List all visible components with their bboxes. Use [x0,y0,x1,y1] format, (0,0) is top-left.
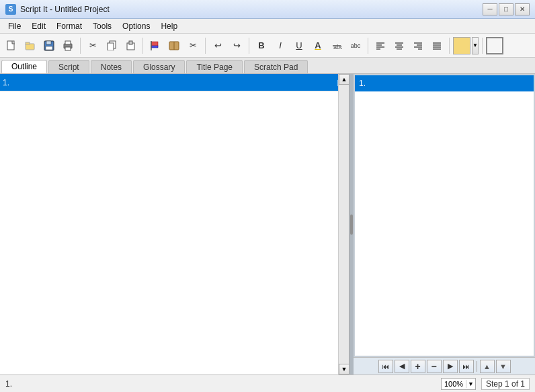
zoom-dropdown-arrow[interactable]: ▼ [466,381,475,387]
tab-glossary[interactable]: Glossary [133,60,185,73]
italic-button[interactable]: I [272,37,289,54]
status-right: 100% ▼ Step 1 of 1 [441,378,530,390]
nav-up-button[interactable]: ▲ [480,360,495,373]
toolbar: ✂ ✂ ↩ ↪ B I U A abc abc [0,34,535,58]
open-button[interactable] [22,37,39,54]
step-info: Step 1 of 1 [481,378,530,390]
print-button[interactable] [59,37,77,54]
script-row[interactable]: 1. [355,75,534,91]
svg-rect-5 [46,46,52,50]
menu-item-file[interactable]: File [3,19,26,33]
title-bar-left: S Script It - Untitled Project [5,4,110,15]
paste-button[interactable] [122,37,139,54]
left-panel: 1. ► ▲ ▼ [0,74,349,375]
window-controls: ─ □ ✕ [483,3,530,15]
tab-title-page[interactable]: Title Page [186,60,243,73]
svg-rect-4 [46,41,51,44]
svg-rect-8 [65,47,71,50]
right-bottom-nav: ⏮ ◀ + − ▶ ⏭ ▲ ▼ [354,357,535,375]
menu-item-help[interactable]: Help [155,19,183,33]
zoom-value: 100% [442,380,466,388]
title-text: Script It - Untitled Project [20,5,110,14]
right-panel: 1. ⏮ ◀ + − ▶ ⏭ ▲ ▼ [354,74,535,375]
tabs-bar: OutlineScriptNotesGlossaryTitle PageScra… [0,58,535,74]
new-button[interactable] [3,37,20,54]
save-button[interactable] [40,37,58,54]
nav-sep [477,361,477,372]
nav-remove-button[interactable]: − [427,360,442,373]
scroll-up-arrow[interactable]: ▲ [339,74,349,85]
toolbar-sep-6 [449,38,450,54]
color-dropdown[interactable]: ▼ [472,37,479,54]
outline-row-num: 1. [3,78,16,87]
strikethrough-button[interactable]: abc [328,37,345,54]
splitter-handle [350,214,353,235]
main-content: 1. ► ▲ ▼ 1. ⏮ ◀ + − ▶ ⏭ [0,74,535,375]
menu-item-edit[interactable]: Edit [26,19,51,33]
nav-last-button[interactable]: ⏭ [459,360,474,373]
nav-prev-button[interactable]: ◀ [395,360,409,373]
toolbar-sep-3 [205,38,206,54]
align-right-button[interactable] [409,37,427,54]
redo-button[interactable]: ↪ [228,37,245,54]
border-box-button[interactable] [486,37,503,54]
toolbar-sep-7 [482,38,483,54]
highlight-button[interactable]: A [309,37,327,54]
menu-item-format[interactable]: Format [51,19,87,33]
tab-outline[interactable]: Outline [1,60,47,73]
outline-row[interactable]: 1. ► [0,74,349,91]
scroll-down-arrow[interactable]: ▼ [339,364,349,375]
cut-button[interactable]: ✂ [84,37,101,54]
toolbar-sep-4 [249,38,249,54]
toolbar-sep-1 [80,38,81,54]
script-area: 1. [355,75,534,356]
nav-next-button[interactable]: ▶ [443,360,458,373]
svg-rect-10 [108,43,114,50]
undo-button[interactable]: ↩ [209,37,227,54]
svg-rect-2 [26,42,30,44]
scroll-track[interactable] [339,85,349,364]
menu-item-options[interactable]: Options [117,19,155,33]
toolbar-sep-5 [368,38,368,54]
underline-button[interactable]: U [290,37,308,54]
minimize-button[interactable]: ─ [483,3,497,15]
zoom-control[interactable]: 100% ▼ [441,378,476,390]
left-scrollbar[interactable]: ▲ ▼ [338,74,349,375]
close-button[interactable]: ✕ [515,3,530,15]
nav-down-button[interactable]: ▼ [496,360,511,373]
menu-bar: FileEditFormatToolsOptionsHelp [0,19,535,34]
svg-rect-12 [129,41,132,44]
nav-add-button[interactable]: + [411,360,425,373]
wordcount-button[interactable]: abc [347,37,364,54]
status-bar: 1. 100% ▼ Step 1 of 1 [0,375,535,392]
svg-rect-14 [151,46,158,48]
title-bar: S Script It - Untitled Project ─ □ ✕ [0,0,535,19]
flag-button[interactable] [147,37,164,54]
svg-text:abc: abc [333,44,342,50]
tab-notes[interactable]: Notes [91,60,132,73]
justify-button[interactable] [428,37,446,54]
bold-button[interactable]: B [253,37,270,54]
book-button[interactable] [165,37,183,54]
color-swatch[interactable] [453,37,470,54]
maximize-button[interactable]: □ [499,3,513,15]
toolbar-sep-2 [142,38,143,54]
script-row-num: 1. [359,79,366,88]
align-left-button[interactable] [372,37,389,54]
tab-scratch-pad[interactable]: Scratch Pad [244,60,308,73]
nav-first-button[interactable]: ⏮ [378,360,393,373]
menu-item-tools[interactable]: Tools [87,19,117,33]
link-button[interactable]: ✂ [184,37,202,54]
outline-content-area [0,91,349,375]
tab-script[interactable]: Script [48,60,89,73]
copy-button[interactable] [103,37,120,54]
align-center-button[interactable] [390,37,408,54]
svg-rect-7 [65,41,71,44]
app-icon: S [5,4,16,15]
status-left: 1. [5,379,12,389]
